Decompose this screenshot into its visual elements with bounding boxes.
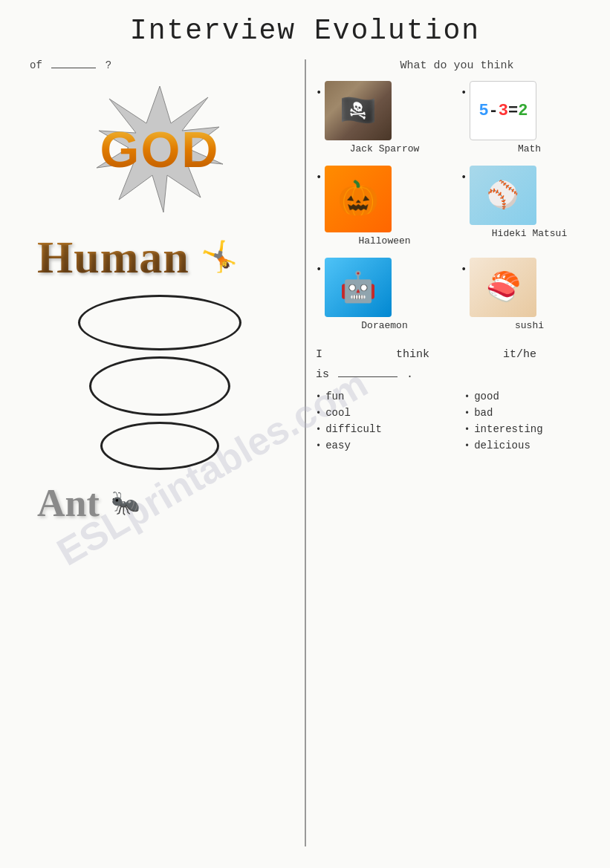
- oval-container: [22, 295, 297, 470]
- adj-bad: • bad: [464, 407, 598, 419]
- think-blank: [338, 376, 398, 377]
- math-equals: =: [508, 102, 518, 120]
- image-row-2: • Halloween • ⚾ Hideki Matsui: [316, 166, 598, 247]
- god-text: GOD: [100, 120, 220, 178]
- think-i: I think it/he: [316, 348, 536, 361]
- ant-text: Ant: [37, 481, 100, 525]
- bullet-jack: •: [316, 87, 322, 99]
- image-item-math: • 5 - 3 = 2 Math: [461, 81, 598, 154]
- jack-sparrow-image: [325, 81, 392, 140]
- adj-difficult: • difficult: [316, 423, 450, 435]
- hideki-matsui-label: Hideki Matsui: [492, 228, 567, 239]
- bullet-doraemon: •: [316, 264, 322, 275]
- bullet-sushi: •: [461, 264, 467, 275]
- adj-cool: • cool: [316, 407, 450, 419]
- adj-difficult-text: difficult: [325, 423, 382, 435]
- bullet-baseball: •: [461, 172, 467, 183]
- oval-3: [100, 422, 219, 470]
- human-row: Human 🤸: [37, 231, 297, 284]
- doraemon-image: 🤖: [325, 258, 392, 317]
- image-row-1: • Jack Sparrow • 5 - 3 = 2 Math: [316, 81, 598, 154]
- of-label: of ?: [30, 59, 297, 71]
- adj-bullet-cool: •: [316, 408, 321, 419]
- adj-bullet-fun: •: [316, 392, 321, 402]
- adj-easy-text: easy: [325, 440, 351, 451]
- math-label: Math: [518, 143, 541, 154]
- image-item-doraemon: • 🤖 Doraemon: [316, 258, 453, 331]
- of-text: of: [30, 59, 42, 71]
- adj-delicious-text: delicious: [474, 440, 530, 451]
- oval-1: [78, 295, 241, 350]
- page-title: Interview Evolution: [0, 15, 610, 47]
- left-side: of ? GOD Human 🤸 Ant 🐜: [22, 59, 297, 525]
- adj-interesting: • interesting: [464, 423, 598, 435]
- bullet-halloween: •: [316, 172, 322, 183]
- adj-bullet-easy: •: [316, 441, 321, 451]
- jack-sparrow-label: Jack Sparrow: [350, 143, 420, 154]
- math-minus: -: [489, 102, 499, 120]
- adj-bullet-bad: •: [464, 408, 470, 419]
- divider: [305, 59, 306, 846]
- human-figure-icon: 🤸: [201, 239, 238, 275]
- bullet-math: •: [461, 87, 467, 99]
- math-3: 3: [499, 102, 508, 120]
- think-is: is .: [316, 368, 413, 381]
- adj-fun-text: fun: [325, 391, 344, 402]
- adj-bullet-delicious: •: [464, 441, 470, 451]
- ant-figure-icon: 🐜: [111, 489, 140, 518]
- right-side: What do you think • Jack Sparrow • 5 - 3…: [316, 59, 598, 451]
- image-item-halloween: • Halloween: [316, 166, 453, 247]
- sushi-image: 🍣: [470, 258, 536, 317]
- adj-bad-text: bad: [474, 407, 493, 419]
- what-think-label: What do you think: [316, 59, 598, 72]
- adj-bullet-good: •: [464, 392, 470, 402]
- math-2: 2: [518, 102, 528, 120]
- adj-good: • good: [464, 391, 598, 402]
- halloween-image: [325, 166, 392, 232]
- adj-easy: • easy: [316, 440, 450, 451]
- adj-delicious: • delicious: [464, 440, 598, 451]
- human-text: Human: [37, 231, 189, 284]
- adj-interesting-text: interesting: [474, 423, 542, 435]
- image-item-sushi: • 🍣 sushi: [461, 258, 598, 331]
- adj-fun: • fun: [316, 391, 450, 402]
- adj-cool-text: cool: [325, 407, 351, 419]
- of-blank: [51, 68, 96, 68]
- adj-good-text: good: [474, 391, 499, 402]
- adjectives-grid: • fun • good • cool • bad • difficult •: [316, 391, 598, 451]
- page: Interview Evolution ESLprintables.com of…: [0, 0, 610, 868]
- image-item-baseball: • ⚾ Hideki Matsui: [461, 166, 598, 239]
- halloween-label: Halloween: [358, 235, 410, 247]
- baseball-image: ⚾: [470, 166, 536, 225]
- think-sentence: I think it/he is .: [316, 345, 598, 385]
- oval-2: [89, 356, 230, 416]
- math-5: 5: [478, 102, 488, 120]
- god-starburst-container: GOD: [63, 75, 256, 223]
- sushi-label: sushi: [515, 320, 544, 331]
- of-question: ?: [106, 59, 111, 71]
- math-image: 5 - 3 = 2: [470, 81, 536, 140]
- adj-bullet-difficult: •: [316, 425, 321, 435]
- adj-bullet-interesting: •: [464, 425, 470, 435]
- image-item-jack: • Jack Sparrow: [316, 81, 453, 154]
- image-row-3: • 🤖 Doraemon • 🍣 sushi: [316, 258, 598, 331]
- doraemon-label: Doraemon: [361, 320, 407, 331]
- ant-row: Ant 🐜: [37, 481, 297, 525]
